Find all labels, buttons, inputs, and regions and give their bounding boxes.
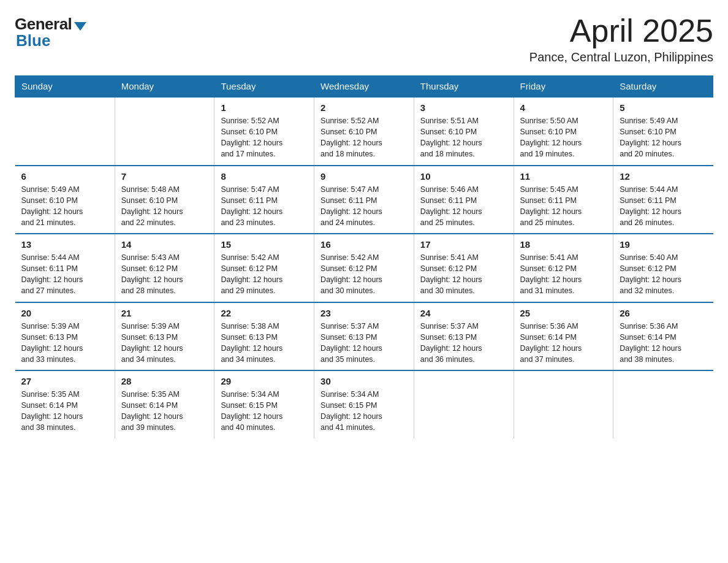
calendar-day-cell: 8Sunrise: 5:47 AM Sunset: 6:11 PM Daylig… — [214, 166, 314, 234]
calendar-empty-cell — [613, 370, 713, 439]
calendar-day-cell: 14Sunrise: 5:43 AM Sunset: 6:12 PM Dayli… — [115, 234, 214, 302]
weekday-header-saturday: Saturday — [613, 76, 713, 98]
day-number: 5 — [620, 102, 707, 113]
calendar-day-cell: 1Sunrise: 5:52 AM Sunset: 6:10 PM Daylig… — [214, 97, 314, 166]
calendar-empty-cell — [514, 370, 613, 439]
day-info: Sunrise: 5:48 AM Sunset: 6:10 PM Dayligh… — [121, 184, 208, 229]
day-info: Sunrise: 5:35 AM Sunset: 6:14 PM Dayligh… — [121, 389, 208, 434]
day-info: Sunrise: 5:41 AM Sunset: 6:12 PM Dayligh… — [520, 252, 607, 297]
weekday-header-wednesday: Wednesday — [314, 76, 414, 98]
day-info: Sunrise: 5:50 AM Sunset: 6:10 PM Dayligh… — [520, 115, 607, 160]
day-info: Sunrise: 5:40 AM Sunset: 6:12 PM Dayligh… — [620, 252, 707, 297]
calendar-day-cell: 30Sunrise: 5:34 AM Sunset: 6:15 PM Dayli… — [314, 370, 414, 439]
day-number: 9 — [320, 171, 408, 182]
day-info: Sunrise: 5:38 AM Sunset: 6:13 PM Dayligh… — [221, 321, 308, 366]
weekday-header-sunday: Sunday — [15, 76, 115, 98]
location-title: Pance, Central Luzon, Philippines — [529, 50, 713, 64]
calendar-day-cell: 9Sunrise: 5:47 AM Sunset: 6:11 PM Daylig… — [314, 166, 414, 234]
calendar-empty-cell — [15, 97, 115, 166]
calendar-day-cell: 13Sunrise: 5:44 AM Sunset: 6:11 PM Dayli… — [15, 234, 115, 302]
day-number: 2 — [320, 102, 408, 113]
calendar-day-cell: 15Sunrise: 5:42 AM Sunset: 6:12 PM Dayli… — [214, 234, 314, 302]
day-info: Sunrise: 5:34 AM Sunset: 6:15 PM Dayligh… — [320, 389, 408, 434]
day-number: 6 — [21, 171, 108, 182]
calendar-day-cell: 28Sunrise: 5:35 AM Sunset: 6:14 PM Dayli… — [115, 370, 214, 439]
day-number: 28 — [121, 376, 208, 386]
day-number: 16 — [320, 239, 408, 250]
day-number: 7 — [121, 171, 208, 182]
calendar-day-cell: 11Sunrise: 5:45 AM Sunset: 6:11 PM Dayli… — [514, 166, 613, 234]
calendar-day-cell: 2Sunrise: 5:52 AM Sunset: 6:10 PM Daylig… — [314, 97, 414, 166]
calendar-week-row: 13Sunrise: 5:44 AM Sunset: 6:11 PM Dayli… — [15, 234, 713, 302]
calendar-day-cell: 10Sunrise: 5:46 AM Sunset: 6:11 PM Dayli… — [414, 166, 514, 234]
day-info: Sunrise: 5:37 AM Sunset: 6:13 PM Dayligh… — [420, 321, 507, 366]
day-info: Sunrise: 5:52 AM Sunset: 6:10 PM Dayligh… — [320, 115, 408, 160]
calendar-day-cell: 5Sunrise: 5:49 AM Sunset: 6:10 PM Daylig… — [613, 97, 713, 166]
day-number: 20 — [21, 308, 108, 318]
day-number: 18 — [520, 239, 607, 250]
calendar-day-cell: 7Sunrise: 5:48 AM Sunset: 6:10 PM Daylig… — [115, 166, 214, 234]
calendar-day-cell: 23Sunrise: 5:37 AM Sunset: 6:13 PM Dayli… — [314, 302, 414, 371]
calendar-day-cell: 19Sunrise: 5:40 AM Sunset: 6:12 PM Dayli… — [613, 234, 713, 302]
day-info: Sunrise: 5:43 AM Sunset: 6:12 PM Dayligh… — [121, 252, 208, 297]
weekday-header-thursday: Thursday — [414, 76, 514, 98]
day-number: 4 — [520, 102, 607, 113]
weekday-header-tuesday: Tuesday — [214, 76, 314, 98]
title-block: April 2025 Pance, Central Luzon, Philipp… — [529, 15, 713, 64]
calendar-table: SundayMondayTuesdayWednesdayThursdayFrid… — [15, 75, 713, 439]
day-info: Sunrise: 5:36 AM Sunset: 6:14 PM Dayligh… — [520, 321, 607, 366]
day-info: Sunrise: 5:42 AM Sunset: 6:12 PM Dayligh… — [320, 252, 408, 297]
day-info: Sunrise: 5:49 AM Sunset: 6:10 PM Dayligh… — [21, 184, 108, 229]
calendar-day-cell: 27Sunrise: 5:35 AM Sunset: 6:14 PM Dayli… — [15, 370, 115, 439]
day-info: Sunrise: 5:34 AM Sunset: 6:15 PM Dayligh… — [221, 389, 308, 434]
day-number: 3 — [420, 102, 507, 113]
day-info: Sunrise: 5:49 AM Sunset: 6:10 PM Dayligh… — [620, 115, 707, 160]
day-info: Sunrise: 5:39 AM Sunset: 6:13 PM Dayligh… — [121, 321, 208, 366]
calendar-day-cell: 21Sunrise: 5:39 AM Sunset: 6:13 PM Dayli… — [115, 302, 214, 371]
day-number: 21 — [121, 308, 208, 318]
calendar-day-cell: 26Sunrise: 5:36 AM Sunset: 6:14 PM Dayli… — [613, 302, 713, 371]
day-number: 26 — [620, 308, 707, 318]
calendar-empty-cell — [115, 97, 214, 166]
day-number: 13 — [21, 239, 108, 250]
day-info: Sunrise: 5:37 AM Sunset: 6:13 PM Dayligh… — [320, 321, 408, 366]
calendar-day-cell: 6Sunrise: 5:49 AM Sunset: 6:10 PM Daylig… — [15, 166, 115, 234]
day-info: Sunrise: 5:45 AM Sunset: 6:11 PM Dayligh… — [520, 184, 607, 229]
day-number: 24 — [420, 308, 507, 318]
day-info: Sunrise: 5:46 AM Sunset: 6:11 PM Dayligh… — [420, 184, 507, 229]
day-number: 29 — [221, 376, 308, 386]
day-number: 30 — [320, 376, 408, 386]
calendar-day-cell: 12Sunrise: 5:44 AM Sunset: 6:11 PM Dayli… — [613, 166, 713, 234]
day-number: 8 — [221, 171, 308, 182]
day-number: 23 — [320, 308, 408, 318]
day-info: Sunrise: 5:51 AM Sunset: 6:10 PM Dayligh… — [420, 115, 507, 160]
calendar-week-row: 20Sunrise: 5:39 AM Sunset: 6:13 PM Dayli… — [15, 302, 713, 371]
calendar-week-row: 6Sunrise: 5:49 AM Sunset: 6:10 PM Daylig… — [15, 166, 713, 234]
day-number: 15 — [221, 239, 308, 250]
day-info: Sunrise: 5:35 AM Sunset: 6:14 PM Dayligh… — [21, 389, 108, 434]
logo-blue-text: Blue — [16, 31, 50, 50]
day-info: Sunrise: 5:39 AM Sunset: 6:13 PM Dayligh… — [21, 321, 108, 366]
day-info: Sunrise: 5:47 AM Sunset: 6:11 PM Dayligh… — [221, 184, 308, 229]
logo-arrow-icon — [74, 22, 86, 31]
calendar-day-cell: 17Sunrise: 5:41 AM Sunset: 6:12 PM Dayli… — [414, 234, 514, 302]
calendar-day-cell: 22Sunrise: 5:38 AM Sunset: 6:13 PM Dayli… — [214, 302, 314, 371]
calendar-day-cell: 25Sunrise: 5:36 AM Sunset: 6:14 PM Dayli… — [514, 302, 613, 371]
calendar-empty-cell — [414, 370, 514, 439]
day-number: 10 — [420, 171, 507, 182]
day-info: Sunrise: 5:36 AM Sunset: 6:14 PM Dayligh… — [620, 321, 707, 366]
day-number: 11 — [520, 171, 607, 182]
day-info: Sunrise: 5:41 AM Sunset: 6:12 PM Dayligh… — [420, 252, 507, 297]
calendar-week-row: 1Sunrise: 5:52 AM Sunset: 6:10 PM Daylig… — [15, 97, 713, 166]
calendar-day-cell: 24Sunrise: 5:37 AM Sunset: 6:13 PM Dayli… — [414, 302, 514, 371]
day-info: Sunrise: 5:52 AM Sunset: 6:10 PM Dayligh… — [221, 115, 308, 160]
calendar-day-cell: 29Sunrise: 5:34 AM Sunset: 6:15 PM Dayli… — [214, 370, 314, 439]
day-number: 22 — [221, 308, 308, 318]
day-number: 25 — [520, 308, 607, 318]
day-number: 27 — [21, 376, 108, 386]
calendar-day-cell: 4Sunrise: 5:50 AM Sunset: 6:10 PM Daylig… — [514, 97, 613, 166]
calendar-day-cell: 3Sunrise: 5:51 AM Sunset: 6:10 PM Daylig… — [414, 97, 514, 166]
day-info: Sunrise: 5:42 AM Sunset: 6:12 PM Dayligh… — [221, 252, 308, 297]
weekday-header-friday: Friday — [514, 76, 613, 98]
day-number: 14 — [121, 239, 208, 250]
